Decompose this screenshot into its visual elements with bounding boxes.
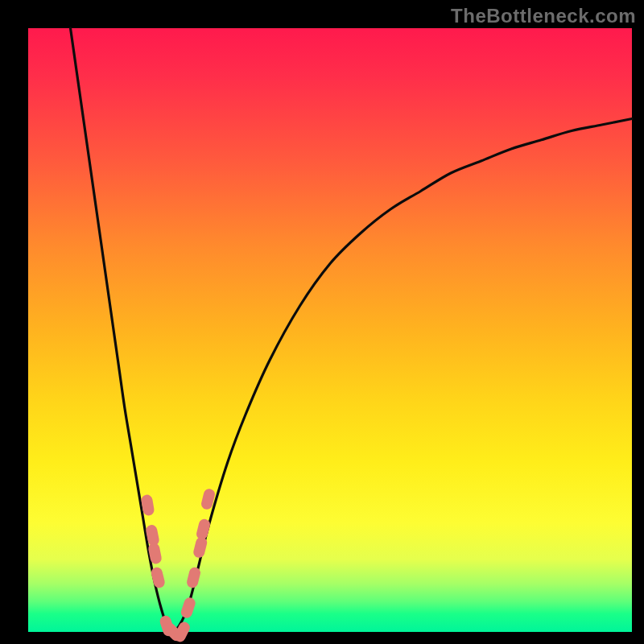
chart-frame: TheBottleneck.com: [0, 0, 644, 644]
highlight-dot: [192, 536, 208, 559]
highlight-dot: [180, 596, 196, 619]
watermark-text: TheBottleneck.com: [451, 5, 636, 27]
highlight-dot: [186, 566, 202, 589]
highlight-dot: [196, 518, 212, 541]
plot-area: [28, 28, 632, 632]
highlight-dot: [150, 566, 166, 589]
chart-svg: [28, 28, 632, 632]
